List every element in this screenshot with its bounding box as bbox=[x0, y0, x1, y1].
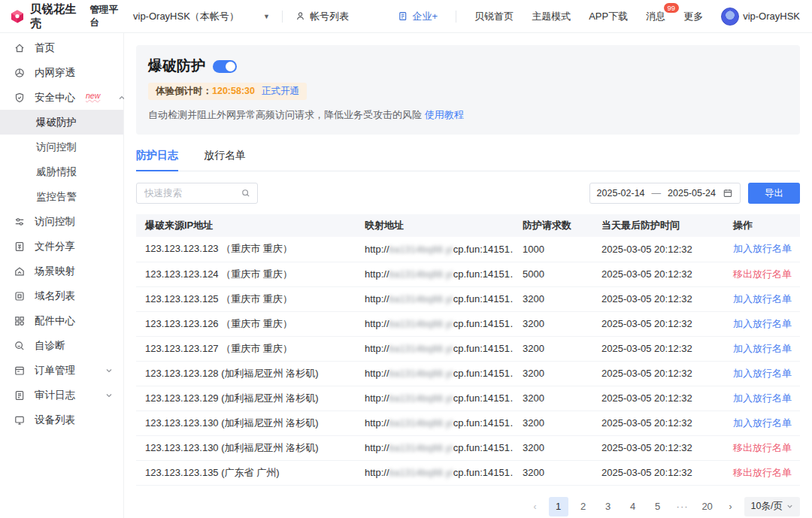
blurred-segment: ba1314bq88.yi bbox=[389, 443, 453, 453]
sidebar-item-scene-mapping[interactable]: 场景映射 bbox=[0, 259, 123, 283]
cell-source-ip: 123.123.123.125 （重庆市 重庆） bbox=[136, 286, 356, 311]
sidebar-item-components-center[interactable]: 配件中心 bbox=[0, 308, 123, 333]
table-row: 123.123.123.127 （重庆市 重庆） http://ba1314bq… bbox=[136, 336, 800, 361]
page-number-button[interactable]: 5 bbox=[648, 497, 668, 516]
sidebar-item-brute-force-protection[interactable]: 爆破防护 bbox=[0, 110, 123, 135]
tab-protection-log[interactable]: 防护日志 bbox=[136, 149, 178, 171]
cell-last-protect-time: 2025-03-05 20:12:32 bbox=[592, 262, 724, 286]
row-action-link[interactable]: 移出放行名单 bbox=[733, 467, 792, 478]
sidebar-item-access-control-sub[interactable]: 访问控制 bbox=[0, 135, 123, 159]
sidebar-item-file-share[interactable]: 文件分享 bbox=[0, 234, 123, 259]
beirui-home-link[interactable]: 贝锐首页 bbox=[474, 10, 514, 23]
table-row: 123.123.123.126 （重庆市 重庆） http://ba1314bq… bbox=[136, 311, 800, 336]
sidebar-item-security-center[interactable]: 安全中心 new bbox=[0, 85, 123, 110]
search-input[interactable] bbox=[144, 188, 241, 198]
header-divider bbox=[282, 11, 283, 23]
theme-mode-link[interactable]: 主题模式 bbox=[532, 10, 571, 23]
table-row: 123.123.123.130 (加利福尼亚州 洛杉矶) http://ba13… bbox=[136, 410, 800, 435]
table-body: 123.123.123.123 （重庆市 重庆） http://ba1314bq… bbox=[136, 237, 800, 485]
row-action-link[interactable]: 加入放行名单 bbox=[733, 318, 792, 329]
cell-mapped-address: http://ba1314bq88.yicp.fun:14151… bbox=[356, 311, 514, 336]
sidebar-item-threat-intel[interactable]: 威胁情报 bbox=[0, 159, 123, 184]
tutorial-link[interactable]: 使用教程 bbox=[425, 109, 464, 120]
date-start: 2025-02-14 bbox=[597, 188, 645, 198]
row-action-link[interactable]: 加入放行名单 bbox=[733, 368, 792, 379]
page-ellipsis[interactable]: ··· bbox=[673, 497, 692, 516]
table-row: 123.123.123.129 (加利福尼亚州 洛杉矶) http://ba13… bbox=[136, 386, 800, 410]
sidebar-label: 访问控制 bbox=[35, 215, 75, 229]
row-action-link[interactable]: 移出放行名单 bbox=[733, 442, 792, 453]
username-label: vip-OrayHSK bbox=[743, 11, 800, 22]
page-number-button[interactable]: 1 bbox=[549, 497, 568, 516]
date-range-picker[interactable]: 2025-02-14 — 2025-05-24 bbox=[589, 183, 741, 204]
messages-link[interactable]: 消息 99 bbox=[646, 10, 665, 23]
sidebar-item-self-diagnosis[interactable]: 自诊断 bbox=[0, 333, 123, 358]
chevron-down-icon: ▼ bbox=[263, 13, 270, 20]
sidebar: 首页 内网穿透 安全中心 new 爆破防护 访问控制 威胁情报 监控告警 访问控… bbox=[0, 33, 124, 518]
row-action-link[interactable]: 加入放行名单 bbox=[733, 417, 792, 429]
file-share-icon bbox=[14, 241, 26, 253]
page-number-button[interactable]: 3 bbox=[598, 497, 618, 516]
sidebar-item-audit-log[interactable]: 审计日志 bbox=[0, 383, 123, 407]
more-link[interactable]: 更多 bbox=[683, 10, 703, 23]
page-number-button[interactable]: 4 bbox=[623, 497, 643, 516]
row-action-link[interactable]: 加入放行名单 bbox=[733, 243, 792, 254]
export-button[interactable]: 导出 bbox=[748, 183, 800, 204]
account-selector[interactable]: vip-OrayHSK（本帐号） ▼ bbox=[133, 10, 270, 23]
tab-allowlist[interactable]: 放行名单 bbox=[204, 149, 246, 171]
prev-page-button[interactable]: ‹ bbox=[527, 501, 544, 512]
row-action-link[interactable]: 移出放行名单 bbox=[733, 268, 792, 280]
logo-suffix: 管理平台 bbox=[90, 4, 124, 29]
sidebar-item-order-management[interactable]: 订单管理 bbox=[0, 358, 123, 383]
sidebar-item-device-list[interactable]: 设备列表 bbox=[0, 407, 123, 432]
search-icon[interactable] bbox=[241, 188, 251, 198]
page-number-button[interactable]: 20 bbox=[698, 497, 717, 516]
blurred-segment: ba1314bq88.yi bbox=[389, 393, 453, 404]
cell-last-protect-time: 2025-03-05 20:12:32 bbox=[592, 336, 724, 361]
column-request-count: 防护请求数 bbox=[514, 214, 592, 237]
page-number-button[interactable]: 2 bbox=[574, 497, 593, 516]
enterprise-link[interactable]: 企业+ bbox=[398, 10, 438, 23]
blurred-segment: ba1314bq88.yi bbox=[389, 418, 453, 429]
table-header-row: 爆破来源IP地址 映射地址 防护请求数 当天最后防护时间 操作 bbox=[136, 214, 800, 237]
account-list-button[interactable]: 帐号列表 bbox=[295, 10, 349, 23]
table-row: 123.123.123.128 (加利福尼亚州 洛杉矶) http://ba13… bbox=[136, 361, 800, 386]
chevron-down-icon bbox=[105, 367, 113, 374]
activate-link[interactable]: 正式开通 bbox=[262, 85, 299, 98]
cell-request-count: 3200 bbox=[514, 410, 592, 435]
feature-toggle[interactable] bbox=[213, 60, 237, 73]
messages-badge: 99 bbox=[664, 3, 680, 13]
sidebar-label: 设备列表 bbox=[35, 413, 75, 427]
app-download-label: APP下载 bbox=[589, 10, 628, 23]
table-row: 123.123.123.135 (广东省 广州) http://ba1314bq… bbox=[136, 460, 800, 485]
next-page-button[interactable]: › bbox=[723, 501, 739, 512]
sidebar-item-access-control[interactable]: 访问控制 bbox=[0, 209, 123, 234]
row-action-link[interactable]: 加入放行名单 bbox=[733, 343, 792, 354]
sidebar-item-home[interactable]: 首页 bbox=[0, 35, 123, 60]
calendar-icon bbox=[723, 188, 733, 198]
enterprise-label: 企业+ bbox=[413, 10, 438, 23]
date-separator: — bbox=[652, 188, 662, 198]
sidebar-item-monitor-alert[interactable]: 监控告警 bbox=[0, 184, 123, 209]
table-row: 123.123.123.125 （重庆市 重庆） http://ba1314bq… bbox=[136, 286, 800, 311]
tunnel-icon bbox=[14, 67, 26, 79]
row-action-link[interactable]: 加入放行名单 bbox=[733, 392, 792, 404]
cell-source-ip: 123.123.123.128 (加利福尼亚州 洛杉矶) bbox=[136, 361, 356, 386]
user-menu[interactable]: vip-OrayHSK bbox=[721, 8, 800, 26]
page-numbers: 12345···20 bbox=[549, 497, 717, 516]
app-download-link[interactable]: APP下载 bbox=[589, 10, 628, 23]
sidebar-item-domain-list[interactable]: 域名列表 bbox=[0, 283, 123, 308]
sidebar-label: 爆破防护 bbox=[36, 116, 77, 129]
blurred-segment: ba1314bq88.yi bbox=[389, 319, 453, 329]
page-size-select[interactable]: 10条/页 bbox=[744, 497, 800, 516]
orders-icon bbox=[14, 365, 26, 377]
column-source-ip: 爆破来源IP地址 bbox=[136, 214, 356, 237]
sidebar-label: 审计日志 bbox=[35, 389, 75, 402]
sidebar-item-intranet-tunnel[interactable]: 内网穿透 bbox=[0, 60, 123, 85]
protection-log-table: 爆破来源IP地址 映射地址 防护请求数 当天最后防护时间 操作 123.123.… bbox=[136, 214, 800, 486]
row-action-link[interactable]: 加入放行名单 bbox=[733, 293, 792, 304]
home-icon bbox=[14, 42, 26, 54]
blurred-segment: ba1314bq88.yi bbox=[389, 368, 453, 379]
sidebar-label: 监控告警 bbox=[36, 190, 77, 204]
table-toolbar: 2025-02-14 — 2025-05-24 导出 bbox=[136, 183, 800, 204]
